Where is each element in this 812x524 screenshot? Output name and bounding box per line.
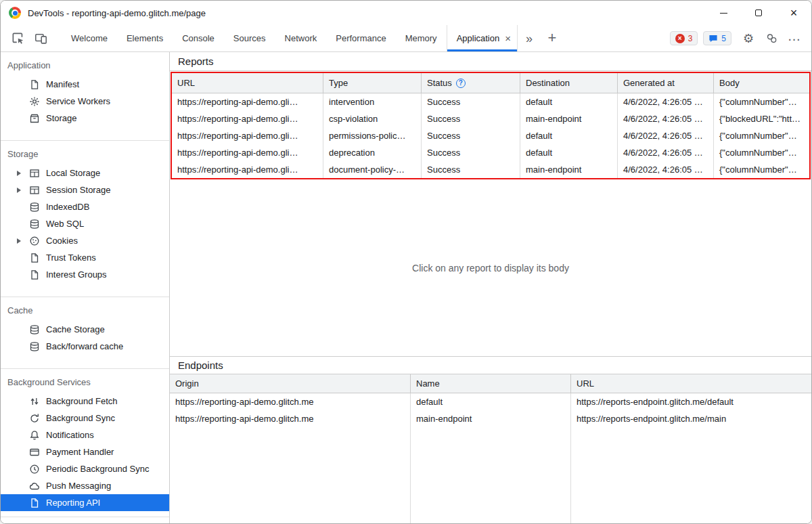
sidebar-section-title: Storage <box>1 141 169 165</box>
sidebar-section-title: Application <box>1 52 169 76</box>
sidebar-item-push-messaging[interactable]: Push Messaging <box>1 477 169 494</box>
more-options-button[interactable]: … <box>783 32 806 45</box>
cell-type[interactable]: document-policy-… <box>323 161 422 178</box>
cell-generated-at[interactable]: 4/6/2022, 4:26:05 … <box>618 110 714 127</box>
panel-tabs: Welcome Elements Console Sources Network… <box>62 25 564 51</box>
cell-type[interactable]: csp-violation <box>323 110 422 127</box>
sidebar-item-storage[interactable]: Storage <box>1 110 169 127</box>
sidebar-item-interest-groups[interactable]: Interest Groups <box>1 266 169 283</box>
tab-memory[interactable]: Memory <box>396 25 447 51</box>
toolbar-right: × 3 5 ⚙ … <box>670 25 811 51</box>
tab-network[interactable]: Network <box>275 25 327 51</box>
sidebar-item-payment-handler[interactable]: Payment Handler <box>1 443 169 460</box>
sidebar-item-label: IndexedDB <box>46 202 89 212</box>
more-tabs-button[interactable]: » <box>518 25 541 51</box>
cell-body[interactable]: {"columnNumber"… <box>714 127 809 144</box>
cell-url[interactable]: https://reporting-api-demo.gli… <box>172 127 323 144</box>
sidebar-item-periodic-background-sync[interactable]: Periodic Background Sync <box>1 460 169 477</box>
sidebar-section-title: Background Services <box>1 369 169 393</box>
tab-sources[interactable]: Sources <box>224 25 275 51</box>
cell-type[interactable]: permissions-polic… <box>323 127 422 144</box>
cell-destination[interactable]: default <box>520 127 618 144</box>
sidebar-section-title: Cache <box>1 297 169 321</box>
column-header-status: Status ? <box>422 73 520 93</box>
device-toolbar-button[interactable] <box>29 25 52 51</box>
cell-status[interactable]: Success <box>422 161 520 178</box>
more-menu-icon: … <box>788 29 802 43</box>
sidebar-item-session-storage[interactable]: Session Storage <box>1 181 169 198</box>
cell-body[interactable]: {"blockedURL":"htt… <box>714 110 809 127</box>
tab-application[interactable]: Application × <box>447 25 518 51</box>
cell-destination[interactable]: main-endpoint <box>520 161 618 178</box>
sidebar-item-background-sync[interactable]: Background Sync <box>1 410 169 427</box>
add-panel-button[interactable]: + <box>541 25 564 51</box>
cell-generated-at[interactable]: 4/6/2022, 4:26:05 … <box>618 144 714 161</box>
expand-arrow-icon[interactable] <box>16 238 29 244</box>
sidebar-section-cache: Cache Cache Storage Back/forward cache <box>1 297 169 369</box>
sidebar-item-label: Background Sync <box>46 413 115 423</box>
column-divider <box>170 427 411 523</box>
table-icon <box>29 168 40 179</box>
cell-status[interactable]: Success <box>422 110 520 127</box>
minimize-button[interactable] <box>706 1 741 25</box>
cell-status[interactable]: Success <box>422 127 520 144</box>
maximize-icon <box>755 9 762 16</box>
cell-body[interactable]: {"columnNumber"… <box>714 144 809 161</box>
help-icon[interactable]: ? <box>456 79 466 88</box>
cell-generated-at[interactable]: 4/6/2022, 4:26:05 … <box>618 93 714 110</box>
database-icon <box>29 219 40 230</box>
error-count-badge[interactable]: × 3 <box>670 31 698 45</box>
sidebar-item-label: Cache Storage <box>46 324 105 334</box>
settings-button[interactable]: ⚙ <box>737 32 760 45</box>
sidebar-item-back-forward-cache[interactable]: Back/forward cache <box>1 338 169 355</box>
endpoints-table: Origin Name URL https://reporting-api-de… <box>170 374 811 523</box>
cell-generated-at[interactable]: 4/6/2022, 4:26:05 … <box>618 127 714 144</box>
column-divider <box>571 427 811 523</box>
column-header-body: Body <box>714 73 809 93</box>
close-button[interactable]: × <box>776 1 811 25</box>
storage-box-icon <box>29 113 40 124</box>
sidebar-item-notifications[interactable]: Notifications <box>1 427 169 443</box>
expand-arrow-icon[interactable] <box>16 171 29 176</box>
sidebar-section-storage: Storage Local Storage Session Storage In… <box>1 141 169 297</box>
inspect-element-button[interactable] <box>6 25 29 51</box>
tab-close-icon[interactable]: × <box>505 33 511 43</box>
reports-table-highlight: URL Type Status ? Destination Generated … <box>171 72 811 179</box>
linked-circles-icon <box>766 32 777 44</box>
cell-url[interactable]: https://reporting-api-demo.gli… <box>172 161 323 178</box>
cell-destination[interactable]: default <box>520 144 618 161</box>
cell-type[interactable]: intervention <box>323 93 422 110</box>
sidebar-item-trust-tokens[interactable]: Trust Tokens <box>1 249 169 266</box>
cell-type[interactable]: deprecation <box>323 144 422 161</box>
sidebar-item-web-sql[interactable]: Web SQL <box>1 215 169 232</box>
sidebar-item-reporting-api[interactable]: Reporting API <box>1 494 169 511</box>
sidebar-item-background-fetch[interactable]: Background Fetch <box>1 393 169 410</box>
cell-destination[interactable]: main-endpoint <box>520 110 618 127</box>
cell-generated-at[interactable]: 4/6/2022, 4:26:05 … <box>618 161 714 178</box>
sidebar-item-cookies[interactable]: Cookies <box>1 232 169 249</box>
sidebar-item-label: Storage <box>46 113 77 123</box>
tab-welcome[interactable]: Welcome <box>62 25 117 51</box>
sidebar-item-label: Background Fetch <box>46 396 118 406</box>
cell-url[interactable]: https://reporting-api-demo.gli… <box>172 110 323 127</box>
sidebar-item-cache-storage[interactable]: Cache Storage <box>1 321 169 338</box>
cell-status[interactable]: Success <box>422 93 520 110</box>
sidebar-item-service-workers[interactable]: Service Workers <box>1 93 169 110</box>
cell-url[interactable]: https://reporting-api-demo.gli… <box>172 93 323 110</box>
column-header-type: Type <box>323 73 422 93</box>
sidebar-item-indexeddb[interactable]: IndexedDB <box>1 198 169 215</box>
cell-body[interactable]: {"columnNumber"… <box>714 161 809 178</box>
tab-elements[interactable]: Elements <box>117 25 173 51</box>
sidebar-item-local-storage[interactable]: Local Storage <box>1 165 169 181</box>
expand-arrow-icon[interactable] <box>16 188 29 193</box>
cell-body[interactable]: {"columnNumber"… <box>714 93 809 110</box>
issues-count-badge[interactable]: 5 <box>703 31 731 45</box>
tab-performance[interactable]: Performance <box>326 25 395 51</box>
tab-console[interactable]: Console <box>173 25 224 51</box>
cell-status[interactable]: Success <box>422 144 520 161</box>
cell-url[interactable]: https://reporting-api-demo.gli… <box>172 144 323 161</box>
cell-destination[interactable]: default <box>520 93 618 110</box>
maximize-button[interactable] <box>741 1 776 25</box>
sidebar-item-manifest[interactable]: Manifest <box>1 76 169 93</box>
linked-circles-button[interactable] <box>760 32 783 44</box>
